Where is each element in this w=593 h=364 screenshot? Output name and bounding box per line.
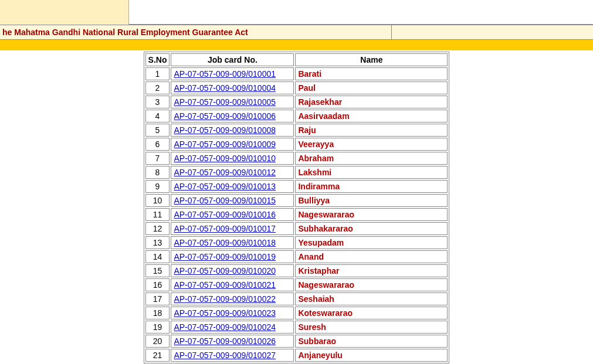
jobcard-link[interactable]: AP-07-057-009-009/010008	[174, 125, 276, 135]
cell-jobcard: AP-07-057-009-009/010023	[171, 307, 294, 319]
jobcard-link[interactable]: AP-07-057-009-009/010020	[174, 266, 276, 275]
cell-jobcard: AP-07-057-009-009/010004	[171, 81, 294, 94]
cell-name: Nageswararao	[295, 208, 448, 221]
cell-name: Indiramma	[295, 180, 448, 193]
table-row: 16AP-07-057-009-009/010021Nageswararao	[145, 278, 448, 291]
cell-sno: 3	[145, 96, 170, 108]
cell-name: Suresh	[295, 321, 448, 334]
cell-sno: 14	[145, 250, 170, 263]
jobcard-link[interactable]: AP-07-057-009-009/010009	[174, 140, 276, 149]
cell-jobcard: AP-07-057-009-009/010026	[171, 335, 294, 348]
table-row: 10AP-07-057-009-009/010015Bulliyya	[145, 194, 448, 207]
table-header-row: S.No Job card No. Name	[145, 53, 448, 66]
cell-name: Paul	[295, 81, 448, 94]
cell-name: Barati	[295, 67, 448, 80]
cell-name: Rajasekhar	[295, 96, 448, 108]
cell-jobcard: AP-07-057-009-009/010005	[171, 96, 294, 108]
jobcard-link[interactable]: AP-07-057-009-009/010022	[174, 294, 276, 304]
table-row: 3AP-07-057-009-009/010005Rajasekhar	[145, 96, 448, 108]
jobcard-link[interactable]: AP-07-057-009-009/010010	[174, 154, 276, 163]
cell-jobcard: AP-07-057-009-009/010015	[171, 194, 294, 207]
cell-jobcard: AP-07-057-009-009/010020	[171, 264, 294, 277]
header-cell-right	[392, 25, 593, 39]
jobcard-link[interactable]: AP-07-057-009-009/010005	[174, 97, 276, 107]
cell-sno: 13	[145, 236, 170, 249]
jobcard-link[interactable]: AP-07-057-009-009/010017	[174, 224, 276, 233]
cell-sno: 16	[145, 278, 170, 291]
table-row: 7AP-07-057-009-009/010010Abraham	[145, 152, 448, 165]
cell-sno: 9	[145, 180, 170, 193]
cell-jobcard: AP-07-057-009-009/010027	[171, 349, 294, 362]
jobcard-link[interactable]: AP-07-057-009-009/010024	[174, 322, 276, 332]
table-row: 1AP-07-057-009-009/010001Barati	[145, 67, 448, 80]
table-row: 2AP-07-057-009-009/010004Paul	[145, 81, 448, 94]
jobcard-link[interactable]: AP-07-057-009-009/010015	[174, 196, 276, 205]
table-row: 8AP-07-057-009-009/010012Lakshmi	[145, 166, 448, 179]
jobcard-link[interactable]: AP-07-057-009-009/010019	[174, 252, 276, 261]
jobcard-link[interactable]: AP-07-057-009-009/010004	[174, 83, 276, 93]
jobcard-link[interactable]: AP-07-057-009-009/010018	[174, 238, 276, 247]
content: S.No Job card No. Name 1AP-07-057-009-00…	[0, 50, 593, 363]
cell-jobcard: AP-07-057-009-009/010022	[171, 292, 294, 305]
cell-name: Aasirvaadam	[295, 110, 448, 123]
jobcard-link[interactable]: AP-07-057-009-009/010023	[174, 308, 276, 318]
cell-name: Lakshmi	[295, 166, 448, 179]
cell-jobcard: AP-07-057-009-009/010021	[171, 278, 294, 291]
cell-sno: 19	[145, 321, 170, 334]
cell-jobcard: AP-07-057-009-009/010019	[171, 250, 294, 263]
table-row: 6AP-07-057-009-009/010009Veerayya	[145, 138, 448, 151]
jobcard-link[interactable]: AP-07-057-009-009/010001	[174, 69, 276, 79]
cell-name: Abraham	[295, 152, 448, 165]
cell-name: Veerayya	[295, 138, 448, 151]
cell-jobcard: AP-07-057-009-009/010024	[171, 321, 294, 334]
cell-name: Subbarao	[295, 335, 448, 348]
jobcard-link[interactable]: AP-07-057-009-009/010006	[174, 111, 276, 121]
yellow-bar	[0, 40, 593, 50]
top-banner-left	[0, 0, 129, 25]
cell-sno: 17	[145, 292, 170, 305]
col-sno: S.No	[145, 53, 170, 66]
table-row: 5AP-07-057-009-009/010008Raju	[145, 124, 448, 137]
cell-sno: 1	[145, 67, 170, 80]
table-row: 21AP-07-057-009-009/010027Anjaneyulu	[145, 349, 448, 362]
cell-sno: 5	[145, 124, 170, 137]
col-jobcard: Job card No.	[171, 53, 294, 66]
cell-sno: 2	[145, 81, 170, 94]
jobcard-link[interactable]: AP-07-057-009-009/010021	[174, 280, 276, 290]
table-row: 13AP-07-057-009-009/010018Yesupadam	[145, 236, 448, 249]
jobcard-table: S.No Job card No. Name 1AP-07-057-009-00…	[144, 52, 450, 363]
jobcard-link[interactable]: AP-07-057-009-009/010026	[174, 336, 276, 346]
jobcard-link[interactable]: AP-07-057-009-009/010012	[174, 168, 276, 177]
cell-sno: 11	[145, 208, 170, 221]
cell-jobcard: AP-07-057-009-009/010006	[171, 110, 294, 123]
cell-jobcard: AP-07-057-009-009/010010	[171, 152, 294, 165]
cell-sno: 10	[145, 194, 170, 207]
cell-jobcard: AP-07-057-009-009/010018	[171, 236, 294, 249]
table-row: 14AP-07-057-009-009/010019Anand	[145, 250, 448, 263]
table-row: 9AP-07-057-009-009/010013Indiramma	[145, 180, 448, 193]
table-row: 11AP-07-057-009-009/010016Nageswararao	[145, 208, 448, 221]
cell-name: Subhakararao	[295, 222, 448, 235]
cell-sno: 8	[145, 166, 170, 179]
cell-sno: 4	[145, 110, 170, 123]
cell-jobcard: AP-07-057-009-009/010012	[171, 166, 294, 179]
cell-sno: 12	[145, 222, 170, 235]
table-row: 4AP-07-057-009-009/010006Aasirvaadam	[145, 110, 448, 123]
cell-sno: 21	[145, 349, 170, 362]
cell-sno: 18	[145, 307, 170, 319]
cell-name: Nageswararao	[295, 278, 448, 291]
jobcard-link[interactable]: AP-07-057-009-009/010016	[174, 210, 276, 219]
table-row: 18AP-07-057-009-009/010023Koteswararao	[145, 307, 448, 319]
col-name: Name	[295, 53, 448, 66]
cell-name: Seshaiah	[295, 292, 448, 305]
jobcard-link[interactable]: AP-07-057-009-009/010013	[174, 182, 276, 191]
cell-jobcard: AP-07-057-009-009/010001	[171, 67, 294, 80]
table-row: 12AP-07-057-009-009/010017Subhakararao	[145, 222, 448, 235]
cell-jobcard: AP-07-057-009-009/010008	[171, 124, 294, 137]
cell-name: Bulliyya	[295, 194, 448, 207]
header-row: he Mahatma Gandhi National Rural Employm…	[0, 25, 593, 40]
cell-name: Anand	[295, 250, 448, 263]
table-row: 17AP-07-057-009-009/010022Seshaiah	[145, 292, 448, 305]
jobcard-link[interactable]: AP-07-057-009-009/010027	[174, 351, 276, 360]
cell-name: Koteswararao	[295, 307, 448, 319]
